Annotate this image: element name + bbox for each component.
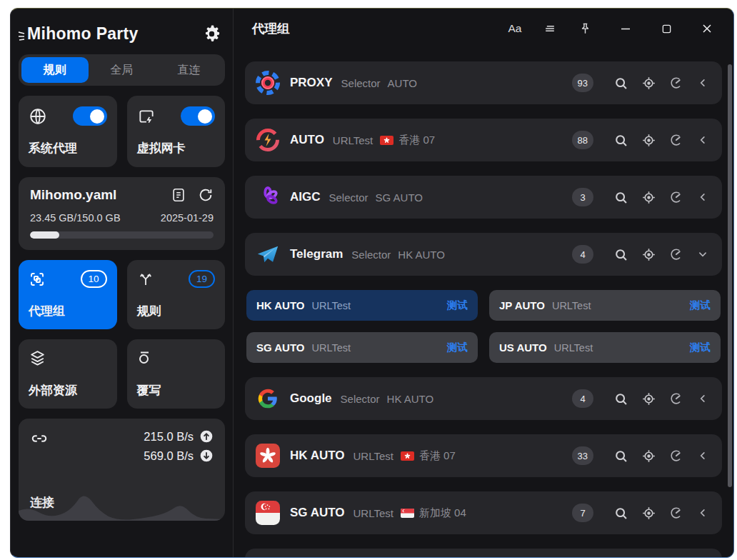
- tab-rule-mode[interactable]: 规则: [21, 57, 89, 83]
- pin-button[interactable]: [574, 18, 596, 39]
- locate-icon: [641, 449, 656, 464]
- speedtest-button[interactable]: [666, 73, 686, 93]
- collapse-button[interactable]: [693, 245, 712, 264]
- tun-toggle[interactable]: [181, 106, 215, 126]
- tab-global-mode[interactable]: 全局: [89, 57, 156, 83]
- override-icon: [137, 349, 154, 366]
- proxy-option-us-auto[interactable]: US AUTO URLTest 测试: [489, 332, 721, 363]
- system-proxy-label: 系统代理: [29, 140, 107, 156]
- expand-button[interactable]: [693, 131, 712, 149]
- test-latency-button[interactable]: 测试: [447, 341, 468, 354]
- node-count-badge: 33: [572, 446, 593, 465]
- test-latency-button[interactable]: 测试: [690, 341, 711, 354]
- hk-flag-icon: [401, 451, 414, 461]
- sort-button[interactable]: [539, 18, 561, 39]
- sidebar-item-resources[interactable]: 外部资源: [19, 339, 117, 409]
- sidebar-item-rules[interactable]: 19 规则: [127, 260, 226, 329]
- proxy-group-row-proxy[interactable]: PROXY Selector AUTO 93: [245, 61, 722, 104]
- speedtest-button[interactable]: [666, 130, 686, 150]
- locate-button[interactable]: [638, 446, 659, 466]
- locate-button[interactable]: [638, 130, 659, 151]
- search-button[interactable]: [611, 73, 631, 94]
- proxy-group-row-telegram[interactable]: Telegram Selector HK AUTO 4: [245, 233, 722, 276]
- search-button[interactable]: [611, 130, 631, 151]
- option-type: URLTest: [554, 342, 593, 354]
- sidebar-header: Mihomo Party: [19, 18, 225, 54]
- proxy-option-jp-auto[interactable]: JP AUTO URLTest 测试: [489, 290, 721, 321]
- minimize-button[interactable]: [615, 18, 636, 39]
- group-name: AUTO: [290, 133, 324, 147]
- link-icon: [30, 429, 49, 448]
- proxy-group-row-google[interactable]: Google Selector HK AUTO 4: [245, 377, 722, 420]
- option-name: US AUTO: [499, 341, 547, 354]
- search-button[interactable]: [611, 244, 631, 265]
- expand-button[interactable]: [693, 446, 712, 465]
- option-name: HK AUTO: [256, 299, 305, 311]
- node-count-badge: 7: [572, 504, 593, 522]
- search-icon: [613, 76, 628, 91]
- group-type: Selector: [351, 249, 391, 261]
- group-type: URLTest: [354, 507, 393, 519]
- tab-direct-mode[interactable]: 直连: [155, 57, 222, 83]
- connections-card[interactable]: 215.0 B/s 569.0 B/s 连接: [19, 419, 225, 521]
- locate-button[interactable]: [638, 187, 659, 208]
- close-button[interactable]: [696, 18, 718, 39]
- speedtest-button[interactable]: [666, 446, 686, 466]
- text-size-button[interactable]: Aa: [504, 18, 526, 39]
- chevron-left-icon: [696, 191, 709, 204]
- search-button[interactable]: [611, 446, 631, 466]
- locate-button[interactable]: [638, 389, 659, 409]
- system-proxy-toggle[interactable]: [73, 106, 107, 126]
- search-button[interactable]: [611, 503, 631, 524]
- edit-profile-button[interactable]: [171, 187, 186, 203]
- node-count-badge: 88: [572, 131, 593, 149]
- proxy-group-list: PROXY Selector AUTO 93 AUTO URLTest 香港 0…: [234, 49, 733, 557]
- download-speed: 569.0 B/s: [144, 449, 194, 463]
- settings-button[interactable]: [201, 24, 222, 44]
- speedtest-button[interactable]: [666, 389, 686, 409]
- tun-card[interactable]: 虚拟网卡: [127, 96, 226, 167]
- proxy-group-row-auto[interactable]: AUTO URLTest 香港 07 88: [245, 119, 722, 161]
- test-latency-button[interactable]: 测试: [690, 299, 711, 312]
- speedtest-icon: [669, 133, 683, 147]
- expand-button[interactable]: [693, 188, 712, 206]
- sidebar-item-override[interactable]: 覆写: [127, 339, 226, 409]
- minimize-icon: [620, 23, 631, 34]
- sidebar-item-proxy-groups[interactable]: 10 代理组: [19, 260, 117, 329]
- group-type: URLTest: [333, 134, 373, 146]
- expand-button[interactable]: [693, 504, 712, 522]
- upload-speed: 215.0 B/s: [144, 430, 194, 444]
- proxy-group-row-hk-auto[interactable]: HK AUTO URLTest 香港 07 33: [245, 434, 722, 477]
- expand-button[interactable]: [693, 389, 712, 408]
- locate-icon: [641, 247, 656, 262]
- test-latency-button[interactable]: 测试: [447, 299, 468, 312]
- proxy-group-row-partial[interactable]: [245, 549, 722, 557]
- speedtest-button[interactable]: [666, 244, 686, 264]
- expand-button[interactable]: [693, 74, 712, 92]
- profile-name: Mihomo.yaml: [30, 187, 116, 203]
- locate-button[interactable]: [638, 503, 659, 524]
- proxy-option-sg-auto[interactable]: SG AUTO URLTest 测试: [246, 332, 478, 363]
- group-current-node: AUTO: [388, 77, 417, 89]
- update-profile-button[interactable]: [198, 187, 214, 203]
- proxy-group-row-sg-auto[interactable]: SG AUTO URLTest 新加坡 04 7: [245, 491, 722, 534]
- locate-button[interactable]: [638, 73, 659, 94]
- profile-card[interactable]: Mihomo.yaml 23.45 GB/150.0 GB 2025-01-29: [19, 177, 225, 250]
- speedtest-button[interactable]: [666, 503, 686, 523]
- locate-button[interactable]: [638, 244, 659, 265]
- group-type: Selector: [341, 393, 380, 405]
- scrollbar-thumb[interactable]: [728, 64, 732, 487]
- hk-flag-logo-icon: [255, 443, 281, 469]
- proxy-groups-count-badge: 10: [81, 270, 107, 288]
- profile-usage: 23.45 GB/150.0 GB: [30, 212, 121, 224]
- option-name: JP AUTO: [499, 299, 545, 311]
- locate-icon: [641, 190, 656, 205]
- search-icon: [613, 190, 628, 205]
- proxy-option-hk-auto[interactable]: HK AUTO URLTest 测试: [246, 290, 478, 321]
- search-button[interactable]: [611, 389, 631, 409]
- proxy-group-row-aigc[interactable]: AIGC Selector SG AUTO 3: [245, 176, 722, 219]
- system-proxy-card[interactable]: 系统代理: [19, 96, 117, 167]
- speedtest-button[interactable]: [666, 187, 686, 207]
- maximize-button[interactable]: [656, 18, 677, 39]
- search-button[interactable]: [611, 187, 631, 208]
